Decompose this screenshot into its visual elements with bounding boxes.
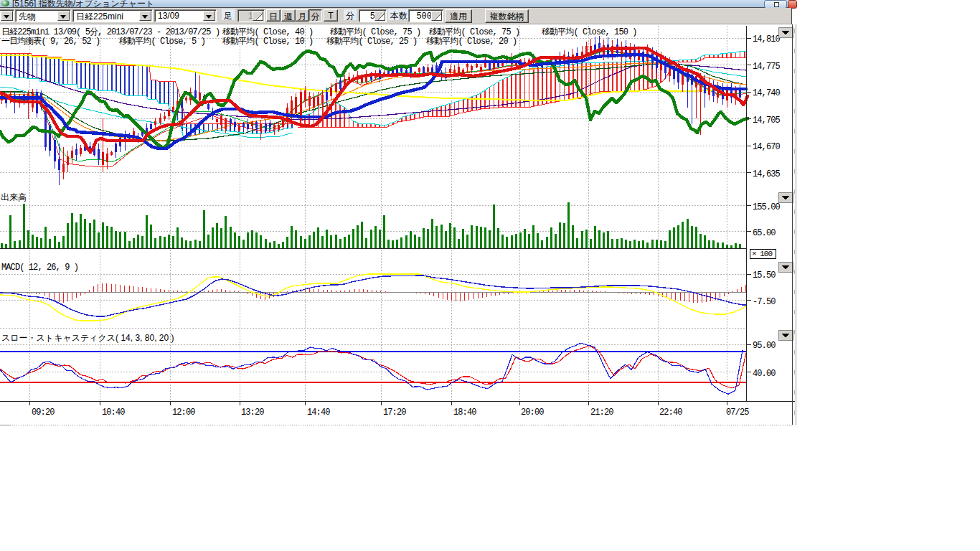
svg-text:14,705: 14,705 [753,116,781,126]
svg-text:09:20: 09:20 [32,408,55,418]
svg-text:22:40: 22:40 [659,408,682,418]
svg-text:21:20: 21:20 [590,408,613,418]
svg-text:日経225mini 13/09( 5分, 2013/07/2: 日経225mini 13/09( 5分, 2013/07/23 - 2013/0… [1,27,220,37]
svg-text:移動平均( Close, 5 ): 移動平均( Close, 5 ) [119,37,205,47]
svg-text:14:40: 14:40 [307,408,330,418]
svg-text:MACD( 12, 26, 9 ): MACD( 12, 26, 9 ) [1,263,78,273]
svg-text:20:00: 20:00 [521,408,544,418]
svg-text:移動平均( Close, 75 ): 移動平均( Close, 75 ) [330,27,420,37]
svg-text:出来高: 出来高 [1,192,27,202]
svg-text:07/25: 07/25 [726,408,749,418]
svg-text:移動平均( Close, 25 ): 移動平均( Close, 25 ) [326,37,417,47]
svg-text:一目均衡表( 9, 26, 52 ): 一目均衡表( 9, 26, 52 ) [1,36,100,47]
svg-text:14,775: 14,775 [753,62,781,72]
svg-text:移動平均( Close, 40 ): 移動平均( Close, 40 ) [222,27,313,37]
svg-text:95.00: 95.00 [753,341,776,351]
svg-text:17:20: 17:20 [383,408,406,418]
svg-text:40.00: 40.00 [753,369,776,379]
svg-text:14,670: 14,670 [753,142,781,152]
svg-text:14,810: 14,810 [753,34,781,44]
svg-text:65.00: 65.00 [753,228,776,238]
svg-text:12:00: 12:00 [172,408,195,418]
svg-text:10:40: 10:40 [102,408,125,418]
svg-text:155.00: 155.00 [753,202,781,212]
svg-text:スロー・ストキャスティクス( 14, 3, 80, 20 ): スロー・ストキャスティクス( 14, 3, 80, 20 ) [1,333,174,343]
svg-text:13:20: 13:20 [241,408,264,418]
svg-text:移動平均( Close, 20 ): 移動平均( Close, 20 ) [426,37,517,47]
svg-text:18:40: 18:40 [453,408,476,418]
svg-text:-7.50: -7.50 [753,297,776,307]
svg-text:14,635: 14,635 [753,169,781,179]
svg-text:移動平均( Close, 75 ): 移動平均( Close, 75 ) [429,27,519,37]
svg-text:移動平均( Close, 10 ): 移動平均( Close, 10 ) [222,37,313,47]
svg-text:× 100: × 100 [752,250,772,258]
svg-text:15.50: 15.50 [753,270,776,281]
svg-text:移動平均( Close, 150 ): 移動平均( Close, 150 ) [542,27,637,37]
svg-text:14,740: 14,740 [753,88,781,98]
